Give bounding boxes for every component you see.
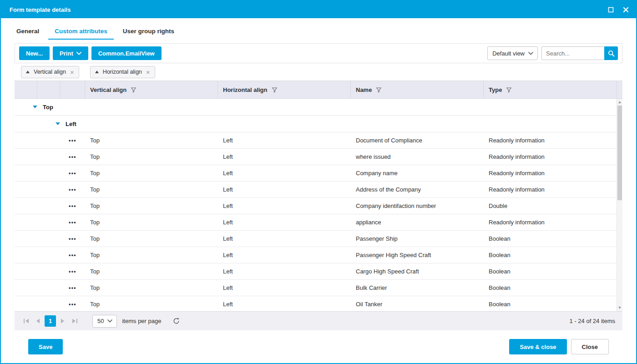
pager-summary: 1 - 24 of 24 items: [570, 318, 615, 324]
search-icon: [608, 50, 615, 57]
row-cell-name: Passenger High Speed Craft: [351, 252, 484, 258]
header-cell-empty: [37, 81, 60, 98]
row-cell-type: Readonly information: [484, 219, 617, 226]
table-row[interactable]: ••• Top Left Address of the Company Read…: [15, 182, 617, 198]
row-cell-menu: •••: [60, 268, 85, 275]
collapse-group-icon[interactable]: [56, 122, 60, 125]
chevron-down-icon: [528, 52, 533, 55]
row-options-icon[interactable]: •••: [69, 219, 76, 226]
row-options-icon[interactable]: •••: [69, 170, 76, 177]
table-row[interactable]: ••• Top Left Oil Tanker Boolean: [15, 296, 617, 311]
tab-custom-attributes[interactable]: Custom attributes: [48, 24, 114, 40]
scroll-down-icon[interactable]: [618, 307, 621, 309]
row-cell-horizontal-align: Left: [218, 301, 351, 308]
table-row[interactable]: ••• Top Left Company name Readonly infor…: [15, 165, 617, 182]
column-header-vertical-align[interactable]: Vertical align: [85, 81, 218, 98]
row-options-icon[interactable]: •••: [69, 301, 76, 308]
row-cell-horizontal-align: Left: [218, 268, 351, 275]
email-view-button[interactable]: Common.EmailView: [91, 46, 162, 60]
row-cell-type: Boolean: [484, 301, 617, 308]
table-row[interactable]: ••• Top Left Passenger High Speed Craft …: [15, 247, 617, 263]
table-row[interactable]: ••• Top Left where issued Readonly infor…: [15, 149, 617, 165]
row-cell-name: appliance: [351, 219, 484, 226]
row-cell-horizontal-align: Left: [218, 186, 351, 193]
column-header-name[interactable]: Name: [351, 81, 484, 98]
previous-page-button[interactable]: [32, 315, 44, 327]
group-chip-vertical-align[interactable]: Vertical align ×: [21, 66, 79, 78]
refresh-icon[interactable]: [173, 318, 180, 324]
row-cell-type: Boolean: [484, 252, 617, 258]
save-and-close-button[interactable]: Save & close: [509, 339, 566, 354]
row-options-icon[interactable]: •••: [69, 252, 76, 258]
group-row-top[interactable]: Top: [15, 99, 617, 116]
row-options-icon[interactable]: •••: [69, 268, 76, 275]
table-row[interactable]: ••• Top Left Bulk Carrier Boolean: [15, 280, 617, 296]
row-cell-name: Oil Tanker: [351, 301, 484, 308]
column-header-type[interactable]: Type: [484, 81, 617, 98]
row-options-icon[interactable]: •••: [69, 187, 76, 193]
search-box: [541, 46, 618, 60]
next-page-button[interactable]: [57, 315, 69, 327]
header-cell-empty: [60, 81, 85, 98]
first-page-button[interactable]: [20, 315, 32, 327]
row-cell-horizontal-align: Left: [218, 153, 351, 160]
row-cell-type: Boolean: [484, 284, 617, 291]
scrollbar-thumb[interactable]: [617, 106, 622, 200]
row-options-icon[interactable]: •••: [69, 203, 76, 209]
column-header-horizontal-align[interactable]: Horizontal align: [218, 81, 351, 98]
view-select-value: Default view: [492, 50, 525, 57]
table-row[interactable]: ••• Top Left Cargo High Speed Craft Bool…: [15, 263, 617, 280]
row-options-icon[interactable]: •••: [69, 285, 76, 291]
table-row[interactable]: ••• Top Left Company identifaction numbe…: [15, 198, 617, 214]
row-cell-name: Address of the Company: [351, 186, 484, 193]
close-icon[interactable]: [623, 7, 629, 13]
group-chip-horizontal-align[interactable]: Horizontal align ×: [90, 66, 155, 78]
column-title: Vertical align: [90, 86, 126, 93]
tab-general[interactable]: General: [10, 24, 46, 40]
search-input[interactable]: [541, 46, 604, 60]
view-select[interactable]: Default view: [487, 46, 538, 60]
current-page-button[interactable]: 1: [45, 315, 56, 327]
row-cell-name: Bulk Carrier: [351, 284, 484, 291]
row-cell-menu: •••: [60, 170, 85, 177]
row-cell-vertical-align: Top: [85, 137, 218, 144]
scroll-up-icon[interactable]: [618, 101, 621, 103]
new-button[interactable]: New...: [19, 46, 50, 60]
window-titlebar: Form template details: [1, 1, 636, 18]
pager: 1 50 items per page 1 - 24 of 24 items: [15, 311, 622, 330]
row-cell-vertical-align: Top: [85, 268, 218, 275]
row-options-icon[interactable]: •••: [69, 236, 76, 242]
table-row[interactable]: ••• Top Left Passenger Ship Boolean: [15, 231, 617, 247]
row-cell-menu: •••: [60, 154, 85, 160]
last-page-button[interactable]: [69, 315, 81, 327]
print-button[interactable]: Print: [53, 46, 88, 60]
table-row[interactable]: ••• Top Left appliance Readonly informat…: [15, 214, 617, 231]
row-cell-type: Readonly information: [484, 137, 617, 144]
remove-group-icon[interactable]: ×: [70, 69, 74, 76]
page-size-value: 50: [97, 318, 104, 324]
row-cell-horizontal-align: Left: [218, 202, 351, 209]
remove-group-icon[interactable]: ×: [146, 69, 150, 76]
print-button-label: Print: [60, 50, 73, 57]
column-title: Name: [356, 86, 372, 93]
row-options-icon[interactable]: •••: [69, 137, 76, 144]
page-size-select[interactable]: 50: [92, 315, 117, 328]
dialog-footer: Save Save & close Close: [15, 330, 622, 363]
maximize-icon[interactable]: [608, 7, 614, 13]
row-cell-name: Document of Compliance: [351, 137, 484, 144]
row-cell-horizontal-align: Left: [218, 284, 351, 291]
tab-user-group-rights[interactable]: User group rights: [116, 24, 181, 40]
filter-icon: [376, 87, 382, 93]
save-button[interactable]: Save: [28, 339, 63, 354]
filter-icon: [131, 87, 136, 93]
table-row[interactable]: ••• Top Left Document of Compliance Read…: [15, 132, 617, 149]
group-row-left[interactable]: Left: [15, 116, 617, 132]
group-chip-label: Horizontal align: [103, 69, 142, 75]
close-button[interactable]: Close: [571, 339, 609, 354]
row-cell-type: Readonly information: [484, 153, 617, 160]
grid-vertical-scrollbar[interactable]: [617, 99, 622, 311]
row-options-icon[interactable]: •••: [69, 154, 76, 160]
row-cell-vertical-align: Top: [85, 284, 218, 291]
collapse-group-icon[interactable]: [33, 106, 37, 108]
search-button[interactable]: [604, 46, 618, 60]
